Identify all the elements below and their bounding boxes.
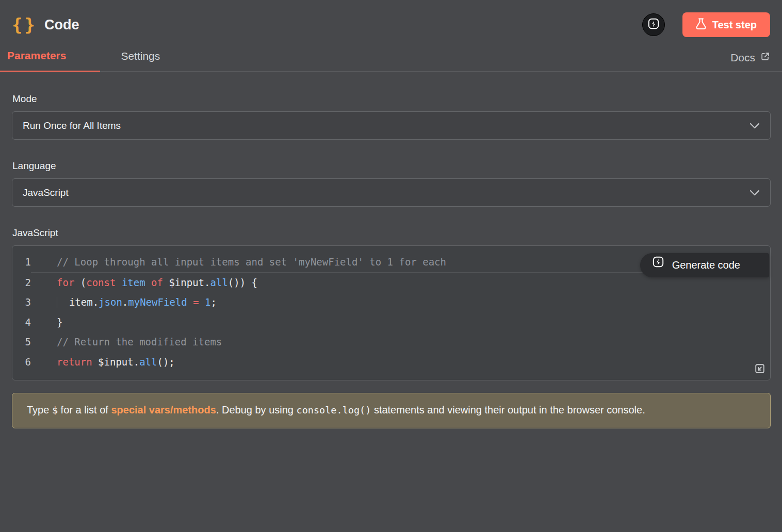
parameters-panel: Mode Run Once for All Items Language Jav…	[0, 72, 782, 428]
language-label: Language	[12, 160, 771, 172]
code-node-icon: {}	[12, 16, 37, 34]
code-token	[145, 277, 151, 288]
code-token: item.	[69, 296, 99, 308]
hint-text-segment: for a list of	[58, 404, 111, 415]
hint-text-segment: . Debug by using	[216, 404, 297, 415]
code-token: // Return the modified items	[57, 336, 222, 347]
special-vars-link[interactable]: special vars/methods	[111, 404, 216, 415]
code-editor[interactable]: 1// Loop through all input items and set…	[12, 245, 771, 380]
code-token: }	[57, 317, 62, 328]
chevron-down-icon	[750, 187, 760, 198]
line-number: 5	[12, 332, 31, 352]
code-line: 4}	[12, 312, 770, 332]
mode-select[interactable]: Run Once for All Items	[12, 111, 771, 140]
code-token: return	[57, 356, 92, 368]
line-number: 3	[12, 292, 31, 312]
code-token: // Loop through all input items and set …	[57, 256, 446, 268]
chevron-down-icon	[750, 120, 760, 131]
line-number: 4	[12, 312, 31, 332]
ai-assistant-button[interactable]	[642, 13, 665, 36]
code-token: (	[74, 277, 86, 288]
mode-select-value: Run Once for All Items	[23, 120, 121, 131]
tab-settings[interactable]: Settings	[113, 45, 170, 71]
code-line: 5// Return the modified items	[12, 332, 770, 352]
language-select[interactable]: JavaScript	[12, 178, 771, 207]
code-token	[187, 296, 193, 308]
bolt-square-icon	[647, 17, 660, 32]
docs-link[interactable]: Docs	[730, 52, 770, 71]
hint-text-segment: statements and viewing their output in t…	[371, 404, 645, 415]
docs-link-label: Docs	[730, 52, 755, 64]
bolt-square-icon	[651, 255, 665, 275]
code-token: .	[122, 296, 128, 308]
code-token: of	[151, 277, 163, 288]
node-header: {} Code Test step	[0, 0, 782, 44]
page-title: Code	[44, 17, 79, 33]
code-token: myNewField	[128, 296, 187, 308]
test-step-button[interactable]: Test step	[682, 12, 770, 37]
code-token: all	[139, 356, 157, 368]
code-line: 3 item.json.myNewField = 1;	[12, 292, 770, 312]
hint-text-segment: Type	[27, 404, 52, 415]
code-token: ;	[211, 296, 217, 308]
expand-icon	[754, 361, 765, 381]
language-select-value: JavaScript	[23, 187, 69, 198]
hint-text: Type $ for a list of special vars/method…	[27, 404, 645, 415]
code-token: $input.	[92, 356, 140, 368]
generate-code-label: Generate code	[672, 255, 740, 275]
code-token	[199, 296, 205, 308]
code-editor-label: JavaScript	[12, 227, 771, 239]
code-token: ();	[157, 356, 174, 368]
code-token	[57, 296, 69, 308]
code-token: json	[99, 296, 122, 308]
code-token: const	[86, 277, 116, 288]
code-token	[116, 277, 121, 288]
flask-icon	[696, 18, 706, 32]
tab-parameters[interactable]: Parameters	[0, 44, 100, 72]
code-token: =	[193, 296, 199, 308]
tab-bar: Parameters Settings Docs	[0, 44, 782, 72]
inline-code: console.log()	[297, 405, 371, 415]
code-token: ()) {	[228, 277, 257, 288]
line-number: 2	[12, 273, 31, 293]
editor-hint-callout: Type $ for a list of special vars/method…	[12, 393, 771, 428]
code-line: 6return $input.all();	[12, 352, 770, 372]
code-token: item	[122, 277, 145, 288]
line-number: 6	[12, 352, 31, 372]
test-step-label: Test step	[712, 19, 757, 31]
code-token: for	[57, 277, 74, 288]
editor-expand-button[interactable]	[753, 364, 767, 377]
generate-code-button[interactable]: Generate code	[640, 253, 769, 277]
code-token: $input.	[163, 277, 210, 288]
inline-code: $	[52, 405, 58, 415]
code-token: all	[210, 277, 228, 288]
code-token: 1	[205, 296, 210, 308]
external-link-icon	[760, 52, 770, 64]
mode-label: Mode	[12, 93, 771, 105]
line-number: 1	[12, 252, 31, 273]
